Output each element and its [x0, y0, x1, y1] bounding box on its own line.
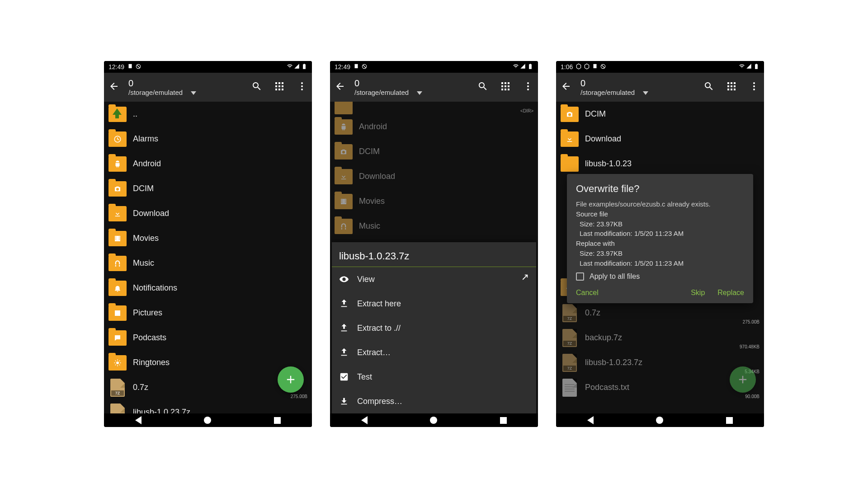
- item-name: DCIM: [359, 147, 380, 156]
- eye-icon: [339, 274, 349, 284]
- nav-recent[interactable]: [726, 417, 733, 424]
- nav-bar: [556, 413, 764, 427]
- hex-icon: [576, 63, 582, 71]
- list-item[interactable]: Music: [104, 251, 312, 276]
- list-item[interactable]: DCIM: [104, 176, 312, 201]
- nav-back[interactable]: [587, 416, 594, 424]
- back-button[interactable]: [335, 81, 345, 94]
- nav-recent[interactable]: [274, 417, 281, 424]
- item-name: Pictures: [133, 308, 162, 318]
- list-item[interactable]: Podcasts: [104, 325, 312, 350]
- apply-all-label: Apply to all files: [590, 272, 640, 281]
- file-list[interactable]: .. Alarms Android DCIM Download Movies M…: [104, 102, 312, 413]
- path-subtitle[interactable]: /storage/emulated: [128, 89, 183, 96]
- sheet-action[interactable]: View: [332, 267, 536, 291]
- screenshot-1: 12:49 0 /storage/emulated: [104, 61, 312, 427]
- nav-home[interactable]: [430, 417, 437, 424]
- nav-recent[interactable]: [500, 417, 507, 424]
- app-bar: 0 /storage/emulated: [556, 73, 764, 102]
- replace-button[interactable]: Replace: [717, 289, 744, 297]
- sheet-action-label: Compress…: [357, 397, 402, 406]
- overflow-button[interactable]: [523, 81, 533, 94]
- list-item[interactable]: <DIR>: [330, 102, 538, 114]
- list-item[interactable]: Android: [104, 151, 312, 176]
- list-item[interactable]: Alarms: [104, 127, 312, 151]
- path-title[interactable]: 0: [128, 78, 183, 89]
- list-item[interactable]: ..: [104, 102, 312, 127]
- list-item[interactable]: Movies: [330, 189, 538, 214]
- nav-back[interactable]: [135, 416, 142, 424]
- sheet-title: libusb-1.0.23.7z: [332, 242, 536, 267]
- checkbox-icon[interactable]: [576, 272, 584, 281]
- sheet-action[interactable]: Extract to .//: [332, 316, 536, 340]
- nav-home[interactable]: [204, 417, 211, 424]
- cell-icon: [294, 63, 300, 71]
- overflow-button[interactable]: [749, 81, 760, 94]
- cancel-button[interactable]: Cancel: [576, 289, 599, 297]
- source-label: Source file: [576, 209, 744, 219]
- item-name: Alarms: [133, 134, 158, 144]
- item-name: Ringtones: [133, 358, 170, 367]
- external-icon: [519, 273, 529, 285]
- overwrite-dialog: Overwrite file? File examples/source/ezu…: [567, 174, 753, 303]
- grid-view-button[interactable]: [274, 81, 285, 94]
- search-button[interactable]: [251, 81, 262, 94]
- list-item[interactable]: Download: [330, 164, 538, 189]
- back-button[interactable]: [561, 81, 571, 94]
- nav-bar: [330, 413, 538, 427]
- sheet-action[interactable]: Test: [332, 365, 536, 389]
- cell-icon: [520, 63, 526, 71]
- wifi-icon: [287, 63, 293, 71]
- dropdown-icon[interactable]: [417, 91, 422, 95]
- search-button[interactable]: [477, 81, 488, 94]
- list-item[interactable]: Movies: [104, 226, 312, 251]
- checkbox-icon: [339, 372, 349, 382]
- source-size: Size: 23.97KB: [580, 219, 744, 229]
- dnd-icon: [600, 63, 606, 71]
- item-name: libusb-1.0.23.7z: [133, 408, 190, 413]
- item-name: Download: [133, 209, 169, 218]
- nav-back[interactable]: [361, 416, 368, 424]
- sheet-action[interactable]: Compress…: [332, 389, 536, 413]
- screenshot-3: 1:06 0 /storage/emulated: [556, 61, 764, 427]
- nav-bar: [104, 413, 312, 427]
- dropdown-icon[interactable]: [191, 91, 196, 95]
- sheet-action-label: Extract to .//: [357, 324, 401, 333]
- sheet-action-label: Test: [357, 372, 372, 382]
- sheet-action[interactable]: Extract…: [332, 340, 536, 365]
- skip-button[interactable]: Skip: [691, 289, 705, 297]
- item-name: ..: [133, 109, 137, 119]
- app-bar: 0 /storage/emulated: [104, 73, 312, 102]
- status-bar: 12:49: [104, 61, 312, 73]
- path-subtitle[interactable]: /storage/emulated: [354, 89, 409, 96]
- list-item[interactable]: Music: [330, 214, 538, 239]
- dialog-scrim[interactable]: Overwrite file? File examples/source/ezu…: [556, 102, 764, 413]
- path-subtitle[interactable]: /storage/emulated: [580, 89, 635, 96]
- back-button[interactable]: [108, 81, 119, 94]
- list-item[interactable]: Notifications: [104, 276, 312, 300]
- path-title[interactable]: 0: [580, 78, 635, 89]
- list-item[interactable]: Download: [104, 201, 312, 226]
- doc-icon: [353, 63, 359, 71]
- dropdown-icon[interactable]: [643, 91, 648, 95]
- status-bar: 1:06: [556, 61, 764, 73]
- list-item[interactable]: Pictures: [104, 300, 312, 325]
- search-button[interactable]: [703, 81, 714, 94]
- nav-home[interactable]: [656, 417, 663, 424]
- item-name: Notifications: [133, 283, 177, 293]
- grid-view-button[interactable]: [726, 81, 737, 94]
- status-time: 12:49: [335, 63, 350, 70]
- list-item[interactable]: DCIM: [330, 139, 538, 164]
- upload-icon: [339, 323, 349, 333]
- list-item[interactable]: Android: [330, 114, 538, 139]
- list-item[interactable]: 7Zlibusb-1.0.23.7z970.34KB: [104, 400, 312, 413]
- grid-view-button[interactable]: [500, 81, 511, 94]
- battery-icon: [301, 63, 307, 71]
- overflow-button[interactable]: [297, 81, 307, 94]
- apply-all-row[interactable]: Apply to all files: [576, 272, 744, 281]
- fab-add[interactable]: [278, 366, 304, 393]
- dnd-icon: [135, 63, 142, 71]
- path-title[interactable]: 0: [354, 78, 409, 89]
- doc-icon: [592, 63, 598, 71]
- sheet-action[interactable]: Extract here: [332, 291, 536, 316]
